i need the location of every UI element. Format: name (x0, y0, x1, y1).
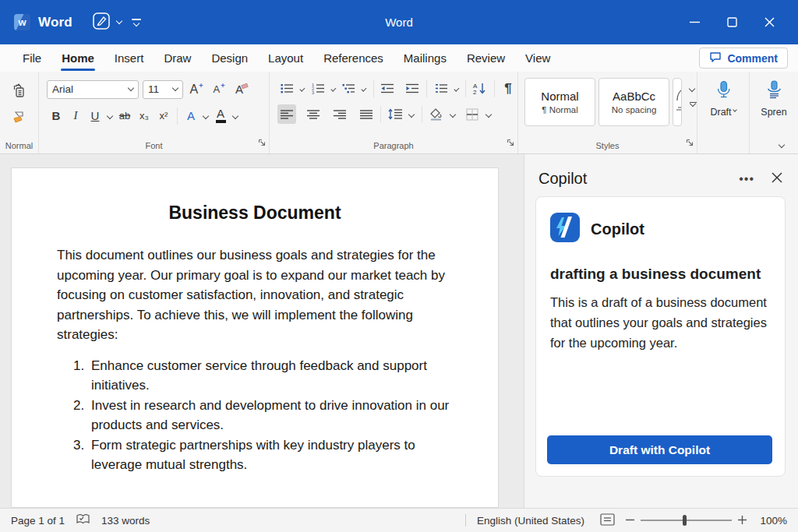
list-item: Form strategic partnerships with key ind… (88, 435, 453, 475)
document-page[interactable]: Business Document This document outlines… (11, 167, 499, 508)
list-item: Enhance customer service through feedbac… (88, 356, 453, 396)
tab-view[interactable]: View (515, 44, 560, 72)
text-effects-caret-icon[interactable] (203, 112, 209, 118)
styles-group: Normal ¶ Normal AaBbCc No spacing Styles (518, 72, 697, 153)
copilot-card: Copilot drafting a business document Thi… (535, 196, 786, 477)
comment-label: Comment (727, 52, 778, 65)
borders-icon[interactable] (463, 104, 482, 124)
line-numbers-icon[interactable] (432, 79, 450, 98)
styles-dialog-launcher-icon[interactable] (686, 136, 694, 150)
line-spacing-icon[interactable] (386, 104, 404, 124)
qat-customize-icon[interactable] (132, 19, 141, 26)
bold-button[interactable]: B (47, 106, 65, 125)
zoom-out-icon[interactable] (626, 515, 634, 527)
draft-button[interactable]: Draft (697, 72, 749, 118)
styles-gallery-more-icon[interactable] (690, 102, 697, 106)
borders-caret-icon[interactable] (486, 111, 492, 117)
multilevel-list-caret-icon[interactable] (361, 86, 366, 91)
spren-button[interactable]: Spren (750, 72, 798, 118)
line-numbers-caret-icon[interactable] (454, 86, 459, 91)
tab-layout[interactable]: Layout (258, 44, 313, 72)
font-color-button[interactable]: A (211, 106, 230, 125)
minimize-button[interactable] (686, 14, 703, 31)
statusbar-divider (465, 514, 466, 527)
text-effects-button[interactable]: A (182, 106, 200, 125)
tab-references[interactable]: References (313, 44, 394, 72)
document-paragraph: This document outlines our business goal… (57, 245, 453, 345)
font-name-combobox[interactable]: Arial (47, 80, 139, 99)
shading-icon[interactable] (427, 104, 446, 124)
tab-insert[interactable]: Insert (104, 44, 154, 72)
subscript-button[interactable]: x₃ (135, 106, 154, 125)
paste-icon[interactable] (9, 81, 30, 100)
style-card-normal[interactable]: Normal ¶ Normal (524, 78, 595, 126)
align-center-icon[interactable] (304, 104, 323, 124)
list-item: Invest in research and development to dr… (88, 396, 453, 435)
tab-file[interactable]: File (12, 44, 51, 72)
numbered-list-icon[interactable]: 123 (309, 79, 327, 98)
align-left-icon[interactable] (277, 104, 296, 124)
app-name: Word (38, 15, 72, 30)
word-count[interactable]: 133 words (101, 515, 150, 527)
spren-voice-group: Spren (750, 72, 798, 153)
copilot-logo-icon (550, 213, 580, 245)
shrink-font-button[interactable]: A+ (210, 79, 228, 99)
spren-label: Spren (761, 107, 786, 118)
line-spacing-caret-icon[interactable] (408, 111, 415, 117)
copilot-body-text: This is a draft of a business document t… (550, 292, 784, 353)
copilot-more-options-icon[interactable]: ••• (739, 175, 754, 183)
proofing-icon[interactable] (76, 513, 90, 527)
reading-view-icon[interactable] (600, 513, 615, 528)
increase-indent-icon[interactable] (403, 79, 422, 98)
clear-formatting-button[interactable]: A (232, 79, 251, 99)
bullet-list-icon[interactable] (277, 79, 296, 98)
comment-button[interactable]: Comment (699, 48, 788, 69)
copilot-close-icon[interactable] (772, 172, 782, 186)
decrease-indent-icon[interactable] (378, 79, 397, 98)
font-size-value: 11 (148, 83, 159, 95)
font-color-caret-icon[interactable] (232, 112, 238, 118)
draft-with-copilot-button[interactable]: Draft with Copilot (547, 435, 772, 464)
strikethrough-button[interactable]: ab (115, 106, 134, 125)
page-indicator[interactable]: Page 1 of 1 (11, 515, 65, 527)
underline-button[interactable]: U (86, 106, 104, 125)
document-canvas: Business Document This document outlines… (0, 154, 524, 508)
justify-icon[interactable] (357, 104, 376, 124)
align-right-icon[interactable] (330, 104, 349, 124)
zoom-in-icon[interactable] (738, 515, 747, 527)
tab-home[interactable]: Home (51, 44, 104, 72)
tab-design[interactable]: Design (201, 44, 258, 72)
pen-dropdown-caret-icon[interactable] (116, 18, 122, 24)
copilot-card-title: Copilot (591, 220, 644, 238)
grow-font-button[interactable]: A+ (187, 79, 206, 99)
close-button[interactable] (761, 14, 778, 31)
draw-pen-icon[interactable] (91, 11, 111, 34)
font-dialog-launcher-icon[interactable] (258, 136, 266, 150)
paragraph-dialog-launcher-icon[interactable] (507, 136, 514, 150)
style-normal-title: Normal (541, 90, 578, 103)
font-size-combobox[interactable]: 11 (143, 80, 183, 99)
underline-dropdown-caret-icon[interactable] (107, 112, 113, 118)
bullet-list-caret-icon[interactable] (299, 86, 305, 91)
maximize-button[interactable] (723, 14, 740, 31)
tab-mailings[interactable]: Mailings (394, 44, 457, 72)
language-indicator[interactable]: English (United States) (477, 515, 584, 527)
multilevel-list-icon[interactable] (339, 79, 358, 98)
italic-button[interactable]: I (66, 106, 85, 125)
style-card-no-spacing[interactable]: AaBbCc No spacing (598, 78, 669, 126)
shading-caret-icon[interactable] (450, 111, 456, 117)
font-color-bar (216, 120, 226, 123)
show-formatting-button[interactable]: ¶ (499, 79, 517, 98)
numbered-list-caret-icon[interactable] (330, 86, 336, 91)
tab-review[interactable]: Review (457, 44, 515, 72)
sort-icon[interactable]: A2 (471, 79, 489, 98)
clipboard-group: Normal (0, 72, 39, 153)
style-card-partial[interactable] (673, 78, 682, 126)
zoom-percentage[interactable]: 100% (757, 515, 787, 527)
comment-icon (709, 51, 722, 65)
superscript-button[interactable]: x² (154, 106, 173, 125)
styles-scroll-up-icon[interactable] (689, 86, 695, 92)
format-painter-icon[interactable] (9, 108, 30, 128)
tab-draw[interactable]: Draw (154, 44, 201, 72)
zoom-slider[interactable] (626, 515, 747, 527)
